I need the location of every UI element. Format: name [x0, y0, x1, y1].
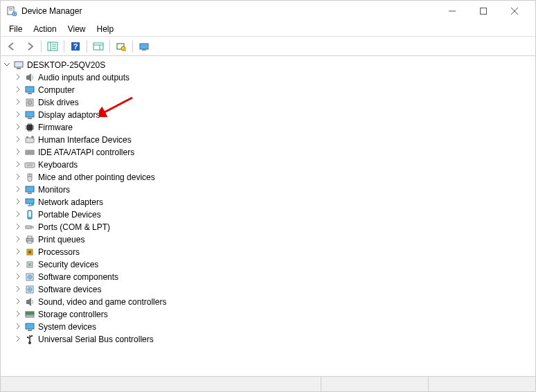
toolbar-separator [64, 40, 64, 53]
expand-icon[interactable] [13, 223, 23, 231]
expand-icon[interactable] [13, 273, 23, 281]
status-cell [428, 377, 535, 391]
expand-icon[interactable] [13, 186, 23, 194]
tree-item[interactable]: IDE ATA/ATAPI controllers [2, 146, 534, 159]
expand-icon[interactable] [13, 86, 23, 94]
tree-item[interactable]: Sound, video and game controllers [2, 296, 534, 308]
tree-item-label: Software devices [38, 285, 101, 294]
svg-rect-49 [28, 330, 32, 331]
expand-icon[interactable] [13, 248, 23, 256]
network-icon [24, 197, 35, 208]
svg-point-51 [31, 335, 33, 337]
tree-item-label: Display adaptors [38, 110, 100, 120]
ide-icon [24, 147, 35, 158]
expand-icon[interactable] [13, 310, 23, 319]
tree-item[interactable]: Software components [2, 271, 534, 283]
tree-item-label: Mice and other pointing devices [38, 172, 155, 182]
help-button[interactable]: ? [67, 39, 84, 54]
svg-rect-4 [480, 8, 486, 15]
tree-item[interactable]: System devices [2, 321, 534, 333]
tree-item[interactable]: Software devices [2, 283, 534, 296]
tree-item[interactable]: Firmware [2, 121, 534, 134]
svg-rect-2 [9, 10, 12, 10]
cpu-icon [24, 247, 35, 258]
tree-item-label: Human Interface Devices [38, 135, 132, 145]
tree-item[interactable]: Portable Devices [2, 208, 534, 221]
forward-button[interactable] [21, 39, 38, 54]
svg-rect-46 [26, 312, 34, 314]
svg-rect-17 [28, 93, 32, 94]
device-tree[interactable]: DESKTOP-25QV20S Audio inputs and outputs… [1, 56, 535, 376]
tree-item[interactable]: Computer [2, 84, 534, 96]
tree-item[interactable]: Security devices [2, 258, 534, 271]
expand-icon[interactable] [13, 235, 23, 244]
svg-point-25 [31, 136, 34, 139]
menu-file[interactable]: File [3, 23, 28, 35]
minimize-button[interactable] [436, 1, 467, 21]
expand-icon[interactable] [13, 148, 23, 157]
svg-rect-39 [28, 251, 31, 253]
device-manager-icon [6, 6, 17, 17]
security-icon [24, 259, 35, 270]
expand-icon[interactable] [13, 173, 23, 181]
tree-item[interactable]: Mice and other pointing devices [2, 171, 534, 184]
svg-rect-24 [26, 136, 28, 138]
usb-icon [24, 334, 35, 345]
action-pane-button[interactable] [90, 39, 107, 54]
tree-item[interactable]: Network adapters [2, 196, 534, 208]
maximize-button[interactable] [467, 1, 499, 21]
expand-icon[interactable] [13, 73, 23, 82]
tree-item[interactable]: Monitors [2, 184, 534, 196]
window-title: Device Manager [21, 6, 436, 16]
expand-icon[interactable] [13, 136, 23, 144]
close-button[interactable] [499, 1, 530, 21]
tree-item[interactable]: Disk drives [2, 96, 534, 109]
toolbar-separator [41, 40, 42, 53]
tree-item-label: Universal Serial Bus controllers [38, 335, 154, 344]
expand-icon[interactable] [13, 285, 23, 294]
tree-root[interactable]: DESKTOP-25QV20S [2, 59, 534, 71]
expand-icon[interactable] [13, 123, 23, 132]
tree-item[interactable]: Universal Serial Bus controllers [2, 333, 534, 346]
tree-item-label: IDE ATA/ATAPI controllers [38, 148, 134, 157]
svg-rect-8 [93, 43, 103, 50]
expand-icon[interactable] [13, 260, 23, 269]
scan-hardware-button[interactable] [113, 39, 129, 54]
svg-point-31 [31, 203, 34, 206]
titlebar: Device Manager [1, 1, 535, 21]
svg-rect-45 [26, 300, 28, 304]
tree-item[interactable]: Print queues [2, 233, 534, 246]
tree-item[interactable]: Human Interface Devices [2, 134, 534, 146]
expand-icon[interactable] [13, 335, 23, 344]
tree-item-label: Security devices [38, 260, 98, 269]
tree-item[interactable]: Processors [2, 246, 534, 258]
expand-icon[interactable] [13, 161, 23, 169]
svg-rect-52 [27, 337, 28, 338]
speaker-icon [24, 72, 35, 83]
expand-icon[interactable] [13, 98, 23, 107]
monitor-icon [24, 84, 35, 96]
back-button[interactable] [3, 39, 20, 54]
expand-icon[interactable] [13, 111, 23, 119]
expand-icon[interactable] [13, 211, 23, 219]
toolbar: ? [1, 37, 535, 56]
tree-item-label: Monitors [38, 185, 70, 195]
menu-action[interactable]: Action [28, 23, 62, 35]
menu-help[interactable]: Help [91, 23, 120, 35]
menu-view[interactable]: View [62, 23, 91, 35]
tree-item[interactable]: Keyboards [2, 159, 534, 171]
tree-item[interactable]: Ports (COM & LPT) [2, 221, 534, 233]
expand-icon[interactable] [13, 323, 23, 331]
svg-rect-1 [9, 8, 12, 9]
svg-text:?: ? [73, 42, 78, 51]
expand-icon[interactable] [13, 198, 23, 206]
tree-item[interactable]: Storage controllers [2, 308, 534, 321]
add-legacy-hardware-button[interactable] [136, 39, 152, 54]
collapse-icon[interactable] [2, 61, 12, 69]
svg-rect-12 [142, 49, 146, 51]
toolbar-separator [132, 40, 133, 53]
expand-icon[interactable] [13, 298, 23, 306]
tree-item[interactable]: Display adaptors [2, 109, 534, 121]
tree-item[interactable]: Audio inputs and outputs [2, 71, 534, 84]
show-hide-console-tree-button[interactable] [44, 39, 61, 54]
